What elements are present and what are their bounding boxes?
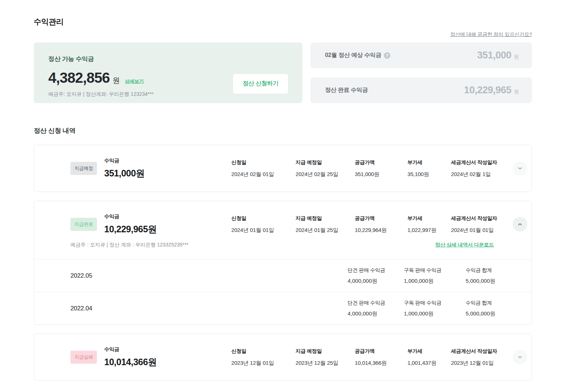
revenue-amount: 10,229,965원: [104, 223, 231, 235]
history-section-title: 정산 신청 내역: [34, 126, 532, 135]
page-header: 수익관리 정산에 대해 궁금한 점이 있으신가요?: [34, 17, 532, 38]
expected-amount: 351,000: [477, 50, 511, 61]
single-sale-value: 4,000,000원: [348, 310, 404, 317]
apply-date-column: 신청일 2024년 01월 01일: [231, 215, 296, 234]
detail-view-link[interactable]: 상세보기: [125, 78, 144, 85]
settlement-faq-link[interactable]: 정산에 대해 궁금한 점이 있으신가요?: [450, 31, 532, 38]
supply-value-value: 10,014,366원: [355, 360, 407, 367]
revenue-total-column: 수익금 합계 5,000,000원: [466, 300, 495, 317]
supply-value-value: 10,229,964원: [355, 227, 407, 234]
settlement-card-pending: 지급예정 수익금 351,000원 신청일 2024년 02월 01일 지급 예…: [34, 145, 532, 192]
apply-date-column: 신청일 2023년 12월 01일: [231, 348, 296, 367]
revenue-label: 수익금: [104, 158, 231, 164]
settlement-history-list: 지급예정 수익금 351,000원 신청일 2024년 02월 01일 지급 예…: [34, 145, 532, 381]
vat-value: 1,022,997원: [407, 227, 451, 234]
pay-due-date-value: 2023년 12월 25일: [296, 360, 355, 367]
revenue-total-label: 수익금 합계: [466, 267, 495, 274]
vat-column: 부가세 1,001,437원: [407, 348, 451, 367]
expected-revenue-label: 02월 정산 예상 수익금: [325, 52, 381, 59]
subscription-sale-label: 구독 판매 수익금: [404, 267, 466, 274]
revenue-amount: 351,000원: [104, 167, 231, 179]
vat-column: 부가세 35,100원: [407, 159, 451, 178]
completed-amount-wrap: 10,229,965 원: [464, 85, 519, 96]
single-sale-column: 단건 판매 수익금 4,000,000원: [348, 267, 404, 285]
expected-currency: 원: [514, 54, 519, 60]
chevron-up-icon: [517, 221, 523, 227]
expand-toggle-button[interactable]: [513, 161, 527, 176]
available-revenue-card: 정산 가능 수익금 4,382,856 원 상세보기 예금주: 오지큐 | 정산…: [34, 42, 302, 103]
settlement-account-row: 예금주 : 오지큐 | 정산 계좌 : 우리은행 123325235*** 정산…: [34, 239, 532, 259]
settlement-account-info: 예금주 : 오지큐 | 정산 계좌 : 우리은행 123325235***: [70, 242, 188, 248]
available-currency: 원: [113, 75, 120, 85]
supply-value-value: 351,000원: [355, 171, 407, 178]
revenue-block: 수익금 10,014,366원: [104, 346, 231, 368]
subscription-sale-value: 1,000,000원: [404, 310, 466, 317]
expand-toggle-button[interactable]: [513, 350, 527, 364]
subscription-sale-column: 구독 판매 수익금 1,000,000원: [404, 267, 466, 285]
available-revenue-title: 정산 가능 수익금: [48, 55, 288, 63]
subscription-sale-label: 구독 판매 수익금: [404, 300, 466, 306]
available-amount-row: 4,382,856 원 상세보기: [48, 70, 154, 86]
supply-value-column: 공급가액 10,229,964원: [355, 215, 407, 234]
settlement-card-failed: 지급실패 수익금 10,014,366원 신청일 2023년 12월 01일 지…: [34, 334, 532, 381]
expected-revenue-label-wrap: 02월 정산 예상 수익금 ?: [325, 52, 390, 59]
help-question-icon[interactable]: ?: [384, 52, 390, 59]
completed-revenue-card: 정산 완료 수익금 10,229,965 원: [310, 77, 532, 103]
status-badge: 지급예정: [70, 162, 97, 175]
chevron-down-icon: [517, 166, 523, 171]
apply-date-label: 신청일: [231, 159, 296, 166]
vat-label: 부가세: [407, 348, 451, 355]
pay-due-date-label: 지급 예정일: [296, 215, 355, 222]
tax-invoice-date-value: 2023년 12월 01일: [451, 360, 513, 367]
apply-date-column: 신청일 2024년 02월 01일: [231, 159, 296, 178]
apply-date-value: 2024년 02월 01일: [231, 171, 296, 178]
apply-date-value: 2023년 12월 01일: [231, 360, 296, 367]
completed-revenue-label-wrap: 정산 완료 수익금: [325, 86, 368, 94]
settlement-card-head: 지급실패 수익금 10,014,366원 신청일 2023년 12월 01일 지…: [34, 334, 532, 380]
settlement-card-head: 지급예정 수익금 351,000원 신청일 2024년 02월 01일 지급 예…: [34, 145, 532, 192]
tax-invoice-date-column: 세금계산서 작성일자 2024년 01월 01일: [451, 215, 513, 234]
detail-month: 2022.04: [70, 305, 92, 312]
settlement-card-head: 지급완료 수익금 10,229,965원 신청일 2024년 01월 01일 지…: [34, 201, 532, 239]
tax-invoice-date-column: 세금계산서 작성일자 2023년 12월 01일: [451, 348, 513, 367]
collapse-toggle-button[interactable]: [513, 217, 527, 232]
tax-invoice-date-label: 세금계산서 작성일자: [451, 159, 513, 166]
revenue-total-value: 5,000,000원: [466, 278, 495, 285]
revenue-total-value: 5,000,000원: [466, 310, 495, 317]
monthly-detail-row: 2022.05 단건 판매 수익금 4,000,000원 구독 판매 수익금 1…: [34, 259, 532, 292]
expected-amount-wrap: 351,000 원: [477, 50, 519, 61]
supply-value-label: 공급가액: [355, 159, 407, 166]
single-sale-column: 단건 판매 수익금 4,000,000원: [348, 300, 404, 317]
available-revenue-row: 4,382,856 원 상세보기 예금주: 오지큐 | 정산계좌: 우리은행 1…: [48, 70, 288, 98]
settlement-request-button[interactable]: 정산 신청하기: [233, 74, 288, 94]
pay-due-date-label: 지급 예정일: [296, 348, 355, 355]
revenue-total-label: 수익금 합계: [466, 300, 495, 306]
vat-column: 부가세 1,022,997원: [407, 215, 451, 234]
pay-due-date-column: 지급 예정일 2024년 02월 25일: [296, 159, 355, 178]
vat-value: 35,100원: [407, 171, 451, 178]
pay-due-date-value: 2024년 01월 25일: [296, 227, 355, 234]
apply-date-label: 신청일: [231, 348, 296, 355]
chevron-down-icon: [517, 354, 523, 360]
revenue-label: 수익금: [104, 213, 231, 220]
tax-invoice-date-label: 세금계산서 작성일자: [451, 215, 513, 222]
available-revenue-left: 4,382,856 원 상세보기 예금주: 오지큐 | 정산계좌: 우리은행 1…: [48, 70, 154, 98]
tax-invoice-date-label: 세금계산서 작성일자: [451, 348, 513, 355]
vat-label: 부가세: [407, 215, 451, 222]
apply-date-label: 신청일: [231, 215, 296, 222]
revenue-block: 수익금 10,229,965원: [104, 213, 231, 235]
status-badge: 지급완료: [70, 218, 97, 231]
revenue-management-page: 수익관리 정산에 대해 궁금한 점이 있으신가요? 정산 가능 수익금 4,38…: [34, 17, 532, 381]
vat-label: 부가세: [407, 159, 451, 166]
revenue-amount: 10,014,366원: [104, 356, 231, 368]
pay-due-date-column: 지급 예정일 2023년 12월 25일: [296, 348, 355, 367]
completed-revenue-label: 정산 완료 수익금: [325, 86, 368, 94]
single-sale-value: 4,000,000원: [348, 278, 404, 285]
revenue-total-column: 수익금 합계 5,000,000원: [466, 267, 495, 285]
settlement-detail-download-link[interactable]: 정산 상세 내역서 다운로드: [435, 242, 494, 248]
apply-date-value: 2024년 01월 01일: [231, 227, 296, 234]
subscription-sale-value: 1,000,000원: [404, 278, 466, 285]
revenue-label: 수익금: [104, 346, 231, 353]
summary-right-column: 02월 정산 예상 수익금 ? 351,000 원 정산 완료 수익금 10,2…: [310, 42, 532, 103]
monthly-detail-row: 2022.04 단건 판매 수익금 4,000,000원 구독 판매 수익금 1…: [34, 292, 532, 324]
